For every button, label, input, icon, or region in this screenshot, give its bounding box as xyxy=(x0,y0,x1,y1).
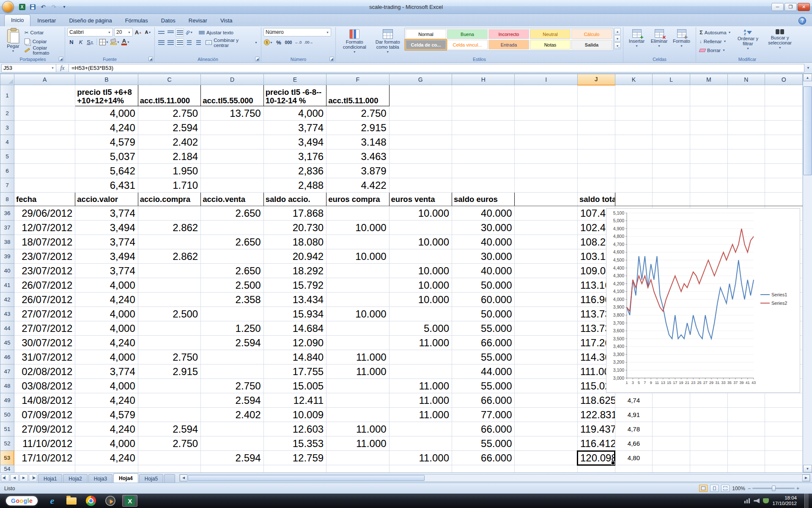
font-dialog-launcher[interactable]: ◢ xyxy=(148,57,153,61)
delete-cells-button[interactable]: × Eliminar ▼ xyxy=(648,28,670,56)
cell-I50[interactable] xyxy=(515,408,577,422)
cell-E45[interactable]: 12.090 xyxy=(263,336,326,350)
row-header-4[interactable]: 4 xyxy=(0,135,14,149)
cell-H46[interactable]: 55.000 xyxy=(452,350,515,364)
cell-M52[interactable] xyxy=(690,436,727,451)
cell-H52[interactable]: 55.000 xyxy=(452,436,515,451)
cell-F50[interactable] xyxy=(326,408,389,422)
formula-input[interactable]: =H53+(E53*B53) xyxy=(69,64,804,72)
cell-G43[interactable] xyxy=(389,307,452,321)
fill-button[interactable]: ↓Rellenar▼ xyxy=(698,37,732,46)
cell-F1[interactable]: acc.tl5.11.000 xyxy=(326,85,389,106)
redo-button[interactable]: ↷ xyxy=(49,3,58,11)
cell-G40[interactable]: 10.000 xyxy=(389,264,452,278)
cell-L1[interactable] xyxy=(653,85,690,106)
security-icon[interactable] xyxy=(763,498,769,503)
merge-center-button[interactable]: ↔ Combinar y centrar ▼ xyxy=(204,38,259,47)
cell-O7[interactable] xyxy=(765,178,803,193)
format-as-table-button[interactable]: Dar formato como tabla ▼ xyxy=(371,28,405,56)
cell-B39[interactable]: 3,494 xyxy=(75,249,138,264)
cell-B50[interactable]: 4,579 xyxy=(75,408,138,422)
vertical-scroll-track[interactable] xyxy=(803,81,812,465)
cell-I42[interactable] xyxy=(515,293,577,307)
taskbar-clock[interactable]: 18:04 17/10/2012 xyxy=(772,495,797,506)
cell-M8[interactable] xyxy=(690,193,727,206)
increase-decimal-button[interactable]: ←.0 xyxy=(294,38,302,47)
row-header-41[interactable]: 41 xyxy=(0,278,14,293)
minimize-button[interactable]: ─ xyxy=(771,3,784,11)
cell-C7[interactable]: 1.710 xyxy=(138,178,200,193)
normal-view-button[interactable] xyxy=(699,485,708,492)
clear-button[interactable]: Borrar▼ xyxy=(698,46,732,55)
cell-B40[interactable]: 3,774 xyxy=(75,264,138,278)
cell-E40[interactable]: 18.292 xyxy=(263,264,326,278)
row-header-43[interactable]: 43 xyxy=(0,307,14,321)
cell-B51[interactable]: 4,240 xyxy=(75,422,138,436)
cell-E41[interactable]: 15.792 xyxy=(263,278,326,293)
cell-G39[interactable] xyxy=(389,249,452,264)
cell-I52[interactable] xyxy=(515,436,577,451)
cell-D41[interactable]: 2.500 xyxy=(201,278,263,293)
insert-cells-button[interactable]: + Insertar ▼ xyxy=(625,28,648,56)
taskbar-file-explorer[interactable] xyxy=(64,495,79,507)
cell-E38[interactable]: 18.080 xyxy=(263,235,326,249)
decrease-indent-button[interactable] xyxy=(185,39,193,47)
horizontal-scrollbar[interactable]: ◀ ▶ xyxy=(179,474,810,482)
cell-D43[interactable] xyxy=(201,307,263,321)
cell-E44[interactable]: 14.684 xyxy=(263,321,326,336)
cell-C5[interactable]: 2.184 xyxy=(138,149,200,164)
cell-D50[interactable]: 2.402 xyxy=(201,408,263,422)
number-dialog-launcher[interactable]: ◢ xyxy=(329,57,334,61)
cell-L4[interactable] xyxy=(653,135,690,149)
cut-button[interactable]: ✂Cortar xyxy=(23,28,63,37)
cell-F47[interactable]: 11.000 xyxy=(326,364,389,379)
cell-D47[interactable] xyxy=(201,364,263,379)
cell-C53[interactable] xyxy=(138,451,200,465)
cell-B4[interactable]: 4,579 xyxy=(75,135,138,149)
cell-F41[interactable] xyxy=(326,278,389,293)
cell-C1[interactable]: acc.tl5.11.000 xyxy=(138,85,200,106)
cell-O3[interactable] xyxy=(765,121,803,135)
cell-J4[interactable] xyxy=(577,135,615,149)
cell-M2[interactable] xyxy=(690,106,727,121)
cell-C54[interactable] xyxy=(138,465,200,473)
cell-C45[interactable] xyxy=(138,336,200,350)
cell-E36[interactable]: 17.868 xyxy=(263,206,326,221)
cell-B38[interactable]: 3,774 xyxy=(75,235,138,249)
cell-style-entrada[interactable]: Entrada xyxy=(488,40,529,50)
cell-J49[interactable]: 118.625 xyxy=(577,393,615,408)
column-header-F[interactable]: F xyxy=(326,74,389,85)
cell-I48[interactable] xyxy=(515,379,577,393)
cell-A6[interactable] xyxy=(14,164,75,178)
cell-L5[interactable] xyxy=(653,149,690,164)
cell-K8[interactable] xyxy=(615,193,653,206)
cell-M49[interactable] xyxy=(690,393,727,408)
select-all-corner[interactable] xyxy=(0,74,14,85)
cell-D5[interactable] xyxy=(201,149,263,164)
cell-G42[interactable]: 10.000 xyxy=(389,293,452,307)
cell-J6[interactable] xyxy=(577,164,615,178)
cell-D46[interactable] xyxy=(201,350,263,364)
cell-K7[interactable] xyxy=(615,178,653,193)
cell-O2[interactable] xyxy=(765,106,803,121)
cell-A46[interactable]: 31/07/2012 xyxy=(14,350,75,364)
cell-G5[interactable] xyxy=(389,149,452,164)
cell-G51[interactable] xyxy=(389,422,452,436)
network-icon[interactable] xyxy=(744,498,750,503)
grow-font-button[interactable]: A▲ xyxy=(134,28,143,36)
cell-E7[interactable]: 2,488 xyxy=(263,178,326,193)
row-header-3[interactable]: 3 xyxy=(0,121,14,135)
taskbar-chrome[interactable] xyxy=(83,495,99,507)
cell-E43[interactable]: 15.934 xyxy=(263,307,326,321)
cell-E53[interactable]: 12.759 xyxy=(263,451,326,465)
conditional-formatting-button[interactable]: Formato condicional ▼ xyxy=(338,28,371,56)
cell-H36[interactable]: 40.000 xyxy=(452,206,515,221)
column-header-N[interactable]: N xyxy=(727,74,765,85)
decrease-decimal-button[interactable]: .00→ xyxy=(304,38,314,47)
cell-D4[interactable] xyxy=(201,135,263,149)
cell-D3[interactable] xyxy=(201,121,263,135)
cell-C6[interactable]: 1.950 xyxy=(138,164,200,178)
cell-A8[interactable]: fecha xyxy=(14,193,75,206)
cell-F5[interactable]: 3.463 xyxy=(326,149,389,164)
clipboard-dialog-launcher[interactable]: ◢ xyxy=(59,57,63,61)
